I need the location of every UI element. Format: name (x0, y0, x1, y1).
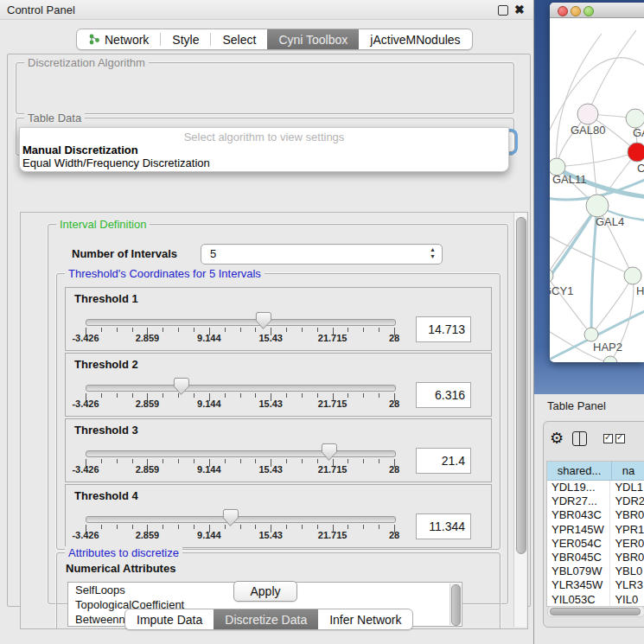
cell-shared-name[interactable]: YDR27... (547, 494, 610, 508)
cell-shared-name[interactable]: YBR045C (547, 551, 610, 564)
threshold-list: Threshold 1-3.4262.8599.14415.4321.71528… (65, 287, 492, 550)
table-row[interactable]: YBL079WYBL0 (547, 564, 644, 578)
cell-shared-name[interactable]: YDL19... (547, 481, 610, 494)
network-view-window[interactable]: GAL80GACGAL11GAL4GCY1HHAP2 (550, 3, 644, 362)
threshold-value-field[interactable]: 21.4 (416, 448, 471, 474)
dropdown-placeholder-item[interactable]: Select algorithm to view settings (20, 131, 508, 143)
network-node-hap2[interactable] (584, 328, 598, 341)
dropdown-item-equal-width[interactable]: Equal Width/Frequency Discretization (22, 156, 210, 169)
cell-name[interactable]: YIL0 (610, 593, 644, 607)
slider-minor-tick (132, 459, 133, 463)
table-row[interactable]: YER054CYER0 (547, 537, 644, 551)
algorithm-dropdown-popup: Select algorithm to view settings Manual… (19, 127, 509, 172)
cell-shared-name[interactable]: YBR043C (547, 508, 610, 522)
tab-style[interactable]: Style (161, 29, 210, 49)
slider-track[interactable] (86, 450, 396, 457)
cell-shared-name[interactable]: YBL079W (547, 564, 610, 578)
scrollbar-thumb[interactable] (516, 217, 526, 554)
network-edge[interactable] (591, 276, 633, 335)
cell-name[interactable]: YBR0 (610, 508, 644, 522)
slider-track[interactable] (86, 385, 396, 392)
network-window-titlebar[interactable] (550, 3, 644, 18)
slider-minor-tick (101, 393, 102, 398)
list-scrollbar[interactable] (450, 583, 461, 625)
column-header-shared-name[interactable]: shared... (547, 462, 612, 480)
number-of-intervals-combobox[interactable]: 5 ▲▼ (201, 244, 443, 265)
slider-minor-tick (101, 525, 102, 529)
scrollbar-thumb[interactable] (451, 584, 461, 626)
table-row[interactable]: YBR043CYBR0 (547, 508, 644, 522)
slider-track[interactable] (86, 516, 396, 523)
cell-shared-name[interactable]: YER054C (547, 537, 610, 551)
slider-thumb[interactable] (320, 443, 339, 462)
table-row[interactable]: YBR045CYBR0 (547, 551, 644, 564)
table-horizontal-scrollbar[interactable] (547, 606, 644, 617)
close-traffic-light-icon[interactable] (558, 6, 568, 16)
network-node[interactable] (603, 356, 617, 362)
panel-scrollbar[interactable] (513, 213, 526, 627)
threshold-value-field[interactable]: 11.344 (416, 513, 471, 539)
slider-minor-tick (302, 459, 303, 463)
tab-impute-data[interactable]: Impute Data (125, 609, 214, 629)
tab-jactivemnodules[interactable]: jActiveMNodules (359, 29, 471, 49)
cell-name[interactable]: YPR1 (610, 523, 644, 537)
network-node-h[interactable] (624, 267, 641, 284)
apply-button[interactable]: Apply (233, 581, 297, 602)
table-row[interactable]: YDL19...YDL1 (547, 481, 644, 494)
threshold-value-field[interactable]: 14.713 (416, 316, 471, 342)
zoom-traffic-light-icon[interactable] (583, 6, 594, 16)
network-node-gal4[interactable] (586, 194, 609, 217)
table-row[interactable]: YDR27...YDR2 (547, 494, 644, 508)
scrollbar-thumb[interactable] (550, 608, 641, 615)
slider-minor-tick (240, 393, 241, 398)
node-attribute-table[interactable]: shared... na YDL19...YDL1YDR27...YDR2YBR… (546, 461, 644, 607)
tab-discretize-data[interactable]: Discretize Data (214, 609, 318, 629)
tab-select[interactable]: Select (211, 29, 267, 49)
network-edge[interactable] (550, 206, 597, 283)
network-edge[interactable] (550, 234, 633, 276)
numerical-attributes-label: Numerical Attributes (66, 562, 175, 575)
slider-thumb[interactable] (254, 311, 273, 331)
network-icon (88, 33, 100, 46)
slider-tick-label: 28 (368, 530, 420, 540)
checkbox-icon[interactable] (615, 434, 625, 443)
network-edge[interactable] (557, 152, 637, 167)
network-node-gal80[interactable] (577, 104, 598, 124)
table-row[interactable]: YPR145WYPR1 (547, 523, 644, 537)
cell-name[interactable]: YDR2 (610, 494, 644, 508)
cell-name[interactable]: YER0 (610, 537, 644, 551)
minimize-traffic-light-icon[interactable] (571, 6, 581, 16)
threshold-value-field[interactable]: 6.316 (416, 382, 471, 408)
cyni-bottom-tab-bar: Impute DataDiscretize DataInfer Network (124, 609, 413, 630)
cell-name[interactable]: YBR0 (610, 551, 644, 564)
network-node-c[interactable] (628, 143, 644, 162)
dropdown-item-manual-discretization[interactable]: Manual Discretization (22, 143, 138, 156)
tab-infer-network[interactable]: Infer Network (318, 609, 412, 629)
tab-label: jActiveMNodules (370, 33, 460, 47)
cell-name[interactable]: YDL1 (610, 481, 644, 494)
cell-name[interactable]: YLR3 (610, 578, 644, 592)
slider-track[interactable] (86, 319, 396, 326)
gear-icon[interactable]: ⚙ (550, 429, 564, 448)
cell-shared-name[interactable]: YLR345W (547, 578, 610, 592)
cell-shared-name[interactable]: YPR145W (547, 523, 610, 537)
checkbox-icon[interactable] (603, 434, 613, 443)
float-window-icon[interactable] (498, 5, 508, 16)
tab-cyni-toolbox[interactable]: Cyni Toolbox (267, 29, 359, 49)
slider-minor-tick (348, 525, 348, 529)
slider-thumb[interactable] (172, 377, 191, 397)
settings-scroll-area: Interval Definition Number of Intervals … (20, 212, 528, 629)
table-row[interactable]: YLR345WYLR3 (547, 578, 644, 592)
network-graph-canvas[interactable]: GAL80GACGAL11GAL4GCY1HHAP2 (550, 18, 644, 362)
cell-shared-name[interactable]: YIL053C (547, 593, 610, 607)
split-columns-icon[interactable] (572, 431, 587, 446)
cell-name[interactable]: YBL0 (610, 564, 644, 578)
threshold-4-box: Threshold 4-3.4262.8599.14415.4321.71528… (65, 484, 492, 548)
close-icon[interactable]: ✖ (514, 3, 525, 16)
slider-minor-tick (348, 328, 348, 332)
tab-network[interactable]: Network (77, 29, 160, 49)
slider-thumb[interactable] (221, 508, 240, 528)
column-header-name[interactable]: na (612, 462, 644, 480)
table-row[interactable]: YIL053CYIL0 (547, 593, 644, 607)
network-node-ga[interactable] (626, 109, 644, 128)
